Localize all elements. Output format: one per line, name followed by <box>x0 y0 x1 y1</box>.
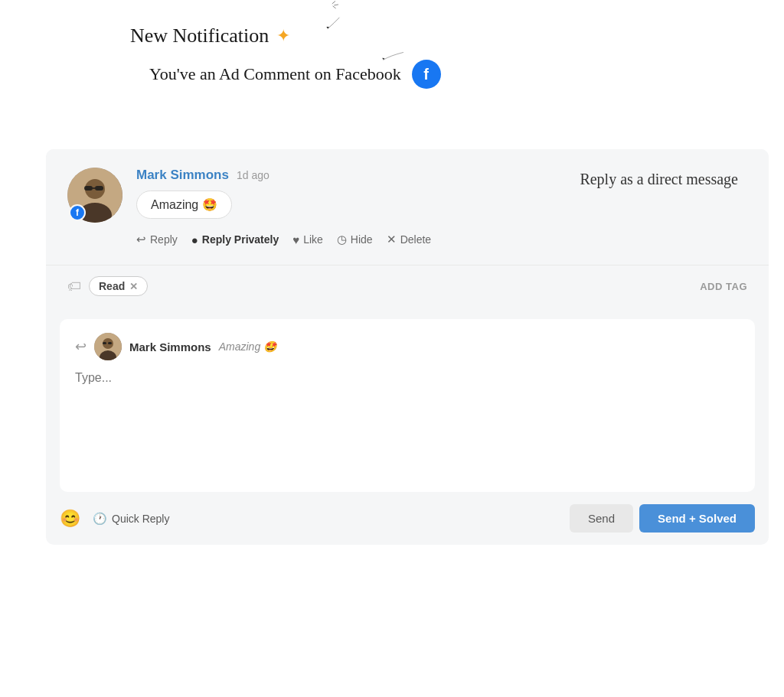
svg-line-2 <box>333 6 335 8</box>
subtitle-label: You've an Ad Comment on Facebook <box>149 64 401 84</box>
svg-rect-14 <box>103 342 106 344</box>
main-card: f Mark Simmons 1d ago Amazing 🤩 ↩ Reply … <box>46 149 769 545</box>
svg-marker-4 <box>382 58 384 60</box>
compose-textarea[interactable] <box>75 371 740 478</box>
facebook-badge: f <box>412 60 441 89</box>
reply-preview-text: Amazing 🤩 <box>219 340 276 353</box>
footer-right: Send Send + Solved <box>570 504 755 533</box>
tags-left: 🏷 Read ✕ <box>67 276 148 296</box>
new-notification-label: New Notification <box>130 24 269 47</box>
comment-header: Mark Simmons 1d ago <box>136 168 747 183</box>
facebook-mini-badge: f <box>69 204 86 221</box>
send-button[interactable]: Send <box>570 504 633 533</box>
clock-icon: 🕐 <box>93 512 107 526</box>
comment-bubble: Amazing 🤩 <box>136 191 232 219</box>
send-solved-button[interactable]: Send + Solved <box>639 504 755 533</box>
remove-tag-button[interactable]: ✕ <box>129 281 138 292</box>
tag-icon: 🏷 <box>67 278 81 295</box>
comment-row: f Mark Simmons 1d ago Amazing 🤩 ↩ Reply … <box>46 149 769 265</box>
reply-back-icon: ↩ <box>75 338 87 355</box>
reply-privately-button[interactable]: ● Reply Privately <box>191 230 279 249</box>
reply-username: Mark Simmons <box>129 340 211 353</box>
read-tag: Read ✕ <box>89 276 148 296</box>
reply-header: ↩ Mark Simmons Amazing 🤩 <box>75 333 740 360</box>
hide-icon: ◷ <box>337 233 347 246</box>
reply-button[interactable]: ↩ Reply <box>136 230 178 249</box>
action-bar: ↩ Reply ● Reply Privately ♥ Like ◷ Hide … <box>136 230 747 252</box>
footer-left: 😊 🕐 Quick Reply <box>60 509 169 529</box>
hide-button[interactable]: ◷ Hide <box>337 230 373 249</box>
svg-line-1 <box>335 5 338 5</box>
comment-content: Mark Simmons 1d ago Amazing 🤩 ↩ Reply ● … <box>136 168 747 252</box>
svg-rect-9 <box>95 186 103 191</box>
tags-row: 🏷 Read ✕ ADD TAG <box>46 265 769 307</box>
emoji-button[interactable]: 😊 <box>60 509 80 529</box>
reply-avatar <box>94 333 122 360</box>
reply-icon: ↩ <box>136 233 146 246</box>
delete-icon: ✕ <box>387 233 397 246</box>
svg-rect-8 <box>84 186 93 191</box>
delete-button[interactable]: ✕ Delete <box>387 230 431 249</box>
commenter-username: Mark Simmons <box>136 168 229 183</box>
svg-marker-3 <box>326 27 328 29</box>
quick-reply-button[interactable]: 🕐 Quick Reply <box>93 512 169 526</box>
compose-footer: 😊 🕐 Quick Reply Send Send + Solved <box>46 495 769 545</box>
reply-compose: ↩ Mark Simmons Amazing 🤩 <box>60 319 755 492</box>
add-tag-button[interactable]: ADD TAG <box>700 281 747 292</box>
messenger-icon: ● <box>191 233 198 246</box>
like-button[interactable]: ♥ Like <box>292 230 323 249</box>
avatar-wrap: f <box>67 168 122 223</box>
sparkle-icon: ✦ <box>276 26 290 46</box>
heart-icon: ♥ <box>292 233 299 246</box>
svg-rect-15 <box>108 342 112 344</box>
svg-line-0 <box>332 2 335 4</box>
comment-time: 1d ago <box>237 169 270 181</box>
